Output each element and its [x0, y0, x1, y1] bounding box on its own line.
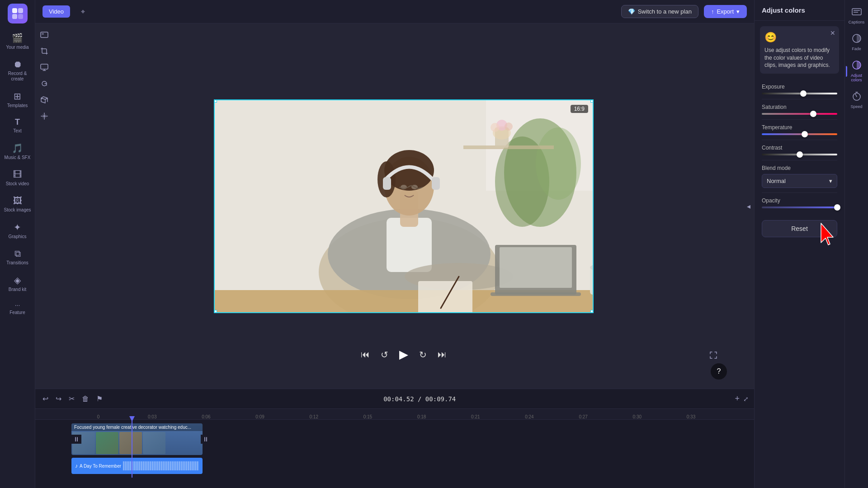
- sidebar-item-music-sfx[interactable]: 🎵 Music & SFX: [1, 139, 34, 164]
- speed-icon: [852, 91, 862, 103]
- align-tool[interactable]: [38, 109, 51, 123]
- sidebar-item-your-media[interactable]: 🎬 Your media: [1, 29, 34, 54]
- stock-images-icon: 🖼: [13, 196, 22, 206]
- svg-rect-33: [491, 292, 581, 296]
- sidebar-item-label: Templates: [7, 103, 28, 108]
- video-tab[interactable]: Video: [42, 5, 70, 18]
- svg-rect-34: [590, 267, 594, 295]
- sidebar-item-record-create[interactable]: ⏺ Record &create: [1, 56, 34, 85]
- svg-rect-6: [41, 64, 48, 69]
- corner-handle-tl[interactable]: [214, 99, 217, 103]
- export-button[interactable]: ↑ Export ▾: [704, 5, 747, 18]
- right-icon-bar: Captions Fade Adjust colors Speed: [844, 0, 868, 488]
- saturation-thumb[interactable]: [810, 111, 816, 117]
- audio-track: ♪ A Day To Remember: [35, 458, 754, 474]
- skip-forward-button[interactable]: ⏭: [438, 349, 447, 360]
- sidebar-item-transitions[interactable]: ⧉ Transitions: [1, 245, 34, 269]
- text-icon: T: [15, 117, 20, 127]
- sidebar-item-stock-video[interactable]: 🎞 Stock video: [1, 166, 34, 190]
- rewind-button[interactable]: ↺: [381, 349, 388, 360]
- captions-icon: [852, 8, 862, 19]
- opacity-thumb[interactable]: [834, 204, 840, 211]
- monitor-tool[interactable]: [38, 61, 51, 74]
- skip-back-button[interactable]: ⏮: [361, 349, 370, 360]
- fade-icon: [852, 33, 862, 46]
- clip-title: Focused young female creative decorator …: [71, 423, 203, 431]
- thumb-2: [96, 432, 118, 454]
- caption-icon[interactable]: ⌖: [75, 5, 90, 19]
- temperature-slider[interactable]: [762, 133, 837, 135]
- svg-rect-36: [418, 281, 472, 313]
- sidebar-item-stock-images[interactable]: 🖼 Stock images: [1, 192, 34, 216]
- blend-mode-dropdown[interactable]: Normal ▾: [762, 174, 837, 188]
- tooltip-close-button[interactable]: ✕: [830, 29, 835, 38]
- sidebar-item-brand-kit[interactable]: ◈ Brand kit: [1, 271, 34, 296]
- sidebar-item-label: Record &create: [8, 71, 27, 82]
- undo-button[interactable]: ↩: [41, 393, 50, 405]
- thumb-4: [143, 432, 165, 454]
- sidebar-item-label: Stock images: [4, 207, 31, 213]
- corner-handle-br[interactable]: [590, 310, 594, 313]
- redo-button[interactable]: ↪: [54, 393, 63, 405]
- fullscreen-button[interactable]: [709, 351, 718, 361]
- panel-title: Adjust colors: [755, 0, 844, 21]
- music-note-icon: ♪: [75, 463, 78, 469]
- temperature-thumb[interactable]: [802, 131, 808, 137]
- corner-handle-tr[interactable]: [590, 99, 594, 103]
- delete-button[interactable]: 🗑: [80, 393, 91, 405]
- cut-button[interactable]: ✂: [67, 393, 76, 405]
- exposure-section: Exposure: [755, 79, 844, 99]
- right-icon-speed[interactable]: Speed: [846, 88, 868, 113]
- expand-timeline-button[interactable]: ⤢: [743, 395, 749, 403]
- help-button[interactable]: ?: [711, 363, 727, 380]
- playback-controls: ⏮ ↺ ▶ ↻ ⏭: [361, 347, 447, 361]
- corner-handle-bl[interactable]: [214, 310, 217, 313]
- switch-plan-button[interactable]: 💎 Switch to a new plan: [621, 5, 698, 18]
- sidebar-item-label: Your media: [6, 45, 28, 50]
- contrast-slider[interactable]: [762, 154, 837, 155]
- svg-point-16: [491, 123, 500, 132]
- add-track-button[interactable]: +: [735, 394, 740, 404]
- music-icon: 🎵: [12, 143, 23, 154]
- sidebar-item-templates[interactable]: ⊞ Templates: [1, 87, 34, 112]
- sidebar-item-text[interactable]: T Text: [1, 114, 34, 137]
- svg-rect-32: [500, 247, 572, 288]
- contrast-thumb[interactable]: [797, 151, 803, 158]
- playhead[interactable]: [132, 420, 132, 478]
- speed-label: Speed: [850, 104, 862, 109]
- fade-label: Fade: [852, 47, 861, 51]
- reset-section: Reset: [755, 213, 844, 244]
- svg-rect-1: [18, 8, 23, 13]
- right-icon-adjust-colors[interactable]: Adjust colors: [846, 56, 868, 86]
- graphics-icon: ✦: [14, 222, 21, 233]
- sidebar-item-feature[interactable]: ··· Feature: [1, 298, 34, 319]
- forward-button[interactable]: ↻: [419, 349, 427, 360]
- video-canvas[interactable]: 16:9: [214, 99, 594, 313]
- left-sidebar: 🎬 Your media ⏺ Record &create ⊞ Template…: [0, 0, 35, 488]
- flag-button[interactable]: ⚑: [94, 393, 104, 405]
- your-media-icon: 🎬: [12, 33, 23, 43]
- crop-tool[interactable]: [38, 44, 51, 58]
- opacity-section: Opacity: [755, 193, 844, 213]
- exposure-slider[interactable]: [762, 93, 837, 94]
- svg-rect-25: [383, 177, 391, 190]
- right-icon-captions[interactable]: Captions: [846, 5, 868, 28]
- reset-button[interactable]: Reset: [762, 220, 837, 237]
- rotate-tool[interactable]: [38, 77, 51, 90]
- video-clip[interactable]: Focused young female creative decorator …: [71, 423, 203, 455]
- svg-rect-39: [852, 9, 861, 15]
- play-button[interactable]: ▶: [399, 347, 408, 361]
- panel-collapse-button[interactable]: ◂: [743, 198, 754, 214]
- gem-icon: 💎: [628, 8, 635, 15]
- exposure-thumb[interactable]: [800, 90, 807, 97]
- transform-tool[interactable]: [38, 93, 51, 107]
- brand-icon: ◈: [14, 275, 21, 286]
- sidebar-item-label: Graphics: [8, 234, 26, 239]
- transitions-icon: ⧉: [14, 249, 21, 259]
- saturation-slider[interactable]: [762, 113, 837, 115]
- sidebar-item-graphics[interactable]: ✦ Graphics: [1, 218, 34, 243]
- right-icon-fade[interactable]: Fade: [846, 30, 868, 55]
- audio-clip[interactable]: ♪ A Day To Remember: [71, 458, 203, 474]
- opacity-slider[interactable]: [762, 206, 837, 208]
- thumbnail-tool[interactable]: [38, 28, 51, 42]
